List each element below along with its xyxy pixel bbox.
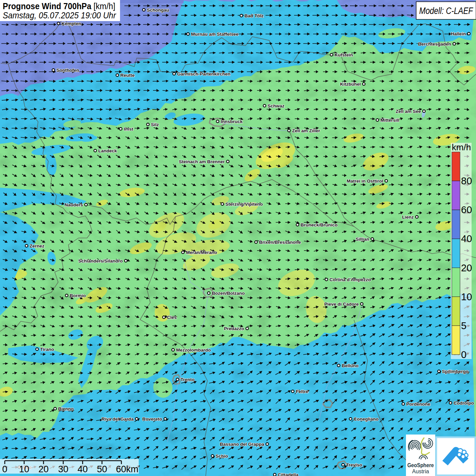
svg-text:5: 5	[461, 320, 466, 331]
svg-text:Austria: Austria	[412, 469, 429, 474]
svg-text:20: 20	[38, 464, 49, 474]
svg-text:Silz: Silz	[151, 122, 159, 127]
svg-text:Pieve di Cadore: Pieve di Cadore	[324, 302, 359, 307]
svg-text:Cittadella: Cittadella	[278, 472, 299, 476]
svg-text:Kufstein: Kufstein	[335, 52, 353, 57]
svg-text:Codroipo: Codroipo	[454, 401, 474, 406]
svg-text:Trento: Trento	[181, 377, 194, 382]
svg-text:km/h: km/h	[452, 142, 471, 152]
svg-text:Zell am Ziller: Zell am Ziller	[292, 128, 320, 133]
svg-text:Mezzolombardo: Mezzolombardo	[176, 347, 211, 353]
svg-text:Meran/Merano: Meran/Merano	[186, 250, 217, 255]
svg-text:0: 0	[2, 464, 7, 474]
svg-text:Murnau am Staffelsee: Murnau am Staffelsee	[191, 32, 239, 37]
svg-text:Conegliano: Conegliano	[354, 417, 379, 422]
svg-text:Landeck: Landeck	[98, 148, 117, 153]
svg-text:Spilimbergo: Spilimbergo	[442, 369, 469, 374]
svg-text:Bassano del Grappa: Bassano del Grappa	[220, 442, 264, 447]
svg-text:80: 80	[461, 175, 472, 186]
svg-text:Pordenone: Pordenone	[406, 402, 430, 407]
svg-text:Cles: Cles	[167, 315, 177, 320]
svg-text:Schlanders/Silandro: Schlanders/Silandro	[78, 258, 123, 264]
svg-text:Prognose Wind 700hPa [km/h]: Prognose Wind 700hPa [km/h]	[3, 1, 115, 11]
svg-text:60km: 60km	[116, 464, 138, 474]
svg-text:Riva del Garda: Riva del Garda	[101, 417, 134, 422]
svg-text:Bozen/Bolzano: Bozen/Bolzano	[212, 291, 245, 296]
svg-text:Brixen/Bressanone: Brixen/Bressanone	[259, 240, 301, 245]
svg-text:Hallein: Hallein	[451, 31, 466, 36]
svg-text:30: 30	[58, 464, 68, 474]
svg-text:Berchtesgaden: Berchtesgaden	[418, 41, 451, 47]
svg-text:Predazzo: Predazzo	[224, 326, 244, 331]
svg-text:Bad Tölz: Bad Tölz	[244, 13, 264, 18]
svg-text:Kempten: Kempten	[62, 21, 81, 26]
svg-text:GeoSphere: GeoSphere	[407, 462, 434, 468]
svg-text:10: 10	[19, 464, 29, 474]
svg-text:Zell am See: Zell am See	[396, 109, 421, 114]
svg-text:Mittersill: Mittersill	[380, 118, 400, 123]
svg-text:Belluno: Belluno	[342, 363, 359, 368]
svg-text:50: 50	[97, 464, 107, 474]
svg-text:Schwaz: Schwaz	[268, 103, 285, 108]
svg-text:Matrei in Osttirol: Matrei in Osttirol	[347, 178, 383, 184]
svg-text:Sterzing/Vipiteno: Sterzing/Vipiteno	[225, 202, 263, 207]
svg-text:Cortina d'Ampezzo: Cortina d'Ampezzo	[329, 277, 371, 282]
svg-text:Imst: Imst	[124, 126, 133, 132]
svg-text:Bienno: Bienno	[58, 406, 74, 411]
svg-text:Sonthofen: Sonthofen	[56, 68, 79, 73]
svg-text:Treviso: Treviso	[346, 462, 362, 468]
svg-text:Garmisch-Partenkirchen: Garmisch-Partenkirchen	[177, 71, 231, 76]
svg-text:Bruneck/Brunico: Bruneck/Brunico	[301, 222, 338, 227]
svg-text:Tirano: Tirano	[40, 347, 54, 352]
svg-text:40: 40	[78, 464, 88, 474]
svg-text:Schio: Schio	[216, 454, 228, 459]
svg-text:Feltre: Feltre	[296, 389, 308, 394]
svg-text:Schongau: Schongau	[147, 7, 169, 13]
svg-text:10: 10	[461, 291, 472, 302]
svg-text:Modell: C-LAEF: Modell: C-LAEF	[419, 6, 473, 16]
svg-text:0: 0	[461, 349, 466, 360]
svg-text:20: 20	[461, 262, 472, 273]
svg-text:Lienz: Lienz	[402, 215, 414, 220]
svg-text:Samstag, 05.07.2025 19:00 Uhr: Samstag, 05.07.2025 19:00 Uhr	[3, 11, 117, 20]
svg-text:Innsbruck: Innsbruck	[221, 119, 243, 124]
svg-text:Steinach am Brenner: Steinach am Brenner	[179, 159, 225, 164]
svg-text:Rovereto: Rovereto	[142, 417, 162, 422]
svg-text:Zernez: Zernez	[30, 243, 45, 249]
svg-text:40: 40	[461, 233, 472, 244]
svg-text:Sillian: Sillian	[356, 237, 369, 242]
svg-text:Reutte: Reutte	[120, 73, 135, 78]
svg-text:60: 60	[461, 204, 472, 215]
svg-text:Nauders: Nauders	[65, 202, 83, 207]
svg-text:Bormio: Bormio	[70, 293, 86, 298]
svg-text:Kitzbühel: Kitzbühel	[340, 82, 361, 87]
